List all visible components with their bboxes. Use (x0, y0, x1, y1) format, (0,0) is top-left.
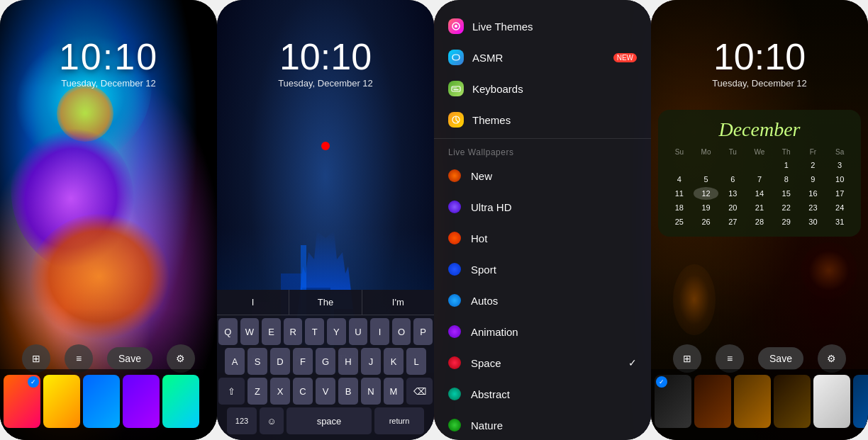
gear-button-4[interactable]: ⚙ (818, 344, 846, 373)
key-return[interactable]: return (374, 407, 424, 434)
kb-row-3: ⇧ Z X C V B N M ⌫ (218, 378, 433, 405)
grid-button-4[interactable]: ⊞ (673, 344, 701, 373)
key-e[interactable]: E (262, 318, 281, 345)
key-g[interactable]: G (316, 348, 335, 375)
space-label: Space (471, 357, 628, 369)
keyboards-icon (448, 81, 464, 96)
new-label: New (471, 170, 637, 182)
thumb-2[interactable] (43, 375, 80, 428)
key-m[interactable]: M (384, 378, 404, 405)
key-w[interactable]: W (240, 318, 260, 345)
key-space[interactable]: space (286, 407, 372, 434)
cal-cell-27: 27 (720, 215, 745, 228)
p4-thumb-3[interactable] (734, 375, 771, 428)
key-r[interactable]: R (284, 318, 303, 345)
key-l[interactable]: L (406, 348, 426, 375)
key-o[interactable]: O (392, 318, 411, 345)
phone-1: 10:10 Tuesday, December 12 ⊞ ≡ Save ⚙ ✓ (0, 0, 217, 440)
menu-item-space[interactable]: Space ✓ (434, 347, 651, 378)
key-h[interactable]: H (338, 348, 358, 375)
menu-item-sport[interactable]: Sport (434, 254, 651, 285)
menu-item-keyboards[interactable]: Keyboards (434, 73, 651, 104)
keyboard-rows: Q W E R T Y U I O P A S D F G H J K L (217, 315, 434, 440)
space-icon (448, 356, 461, 369)
key-emoji[interactable]: ☺ (260, 407, 284, 434)
live-themes-label: Live Themes (472, 21, 637, 33)
key-y[interactable]: Y (327, 318, 346, 345)
save-button[interactable]: Save (107, 347, 152, 370)
menu-item-nature[interactable]: Nature (434, 410, 651, 440)
key-i[interactable]: I (370, 318, 389, 345)
grid-button[interactable]: ⊞ (22, 344, 50, 373)
phone4-date: Tuesday, December 12 (651, 78, 868, 89)
suggestion-2[interactable]: The (289, 290, 362, 315)
cal-cell-31: 31 (827, 215, 852, 228)
phone1-thumb-strip: ✓ (0, 369, 217, 440)
list-button-4[interactable]: ≡ (716, 344, 744, 373)
key-d[interactable]: D (270, 348, 290, 375)
save-button-4[interactable]: Save (758, 347, 803, 370)
cal-cell-26: 26 (694, 215, 719, 228)
calendar-widget: December Su Mo Tu We Th Fr Sa 1 2 3 4 5 … (658, 110, 861, 237)
nature-icon (448, 419, 461, 431)
p4-thumb-6[interactable] (853, 375, 868, 428)
menu-item-new[interactable]: New (434, 160, 651, 191)
p4-thumb-5[interactable] (813, 375, 850, 428)
ultrahd-label: Ultra HD (471, 201, 637, 213)
p4-thumb-2[interactable] (694, 375, 731, 428)
menu-item-themes[interactable]: Themes (434, 104, 651, 135)
new-icon (448, 169, 461, 182)
key-x[interactable]: X (270, 378, 290, 405)
suggestion-3[interactable]: I'm (362, 290, 434, 315)
cal-hdr-fr: Fr (801, 147, 826, 157)
thumb-5[interactable] (162, 375, 199, 428)
phone4-thumb-strip (651, 369, 868, 440)
key-t[interactable]: T (305, 318, 324, 345)
key-k[interactable]: K (384, 348, 404, 375)
cal-cell-28: 28 (747, 215, 772, 228)
keyboard: I The I'm Q W E R T Y U I O P A S D F (217, 290, 434, 440)
keyboards-label: Keyboards (472, 83, 637, 95)
key-n[interactable]: N (361, 378, 381, 405)
cal-cell-20: 20 (720, 201, 745, 214)
key-s[interactable]: S (247, 348, 267, 375)
key-f[interactable]: F (293, 348, 313, 375)
calendar-grid: Su Mo Tu We Th Fr Sa 1 2 3 4 5 6 7 8 9 1… (667, 147, 852, 228)
menu-item-asmr[interactable]: ASMR NEW (434, 42, 651, 73)
menu-item-abstract[interactable]: Abstract (434, 378, 651, 410)
thumb-1[interactable]: ✓ (4, 375, 40, 428)
key-123[interactable]: 123 (227, 407, 257, 434)
key-delete[interactable]: ⌫ (406, 378, 433, 405)
cal-hdr-we: We (747, 147, 772, 157)
cal-cell-30: 30 (801, 215, 826, 228)
key-p[interactable]: P (413, 318, 433, 345)
key-j[interactable]: J (361, 348, 381, 375)
cal-cell-29: 29 (774, 215, 799, 228)
list-button[interactable]: ≡ (65, 344, 93, 373)
cal-cell-empty-4 (747, 159, 772, 171)
menu-item-animation[interactable]: Animation (434, 316, 651, 347)
key-b[interactable]: B (338, 378, 358, 405)
gear-button[interactable]: ⚙ (167, 344, 195, 373)
key-v[interactable]: V (316, 378, 335, 405)
key-z[interactable]: Z (247, 378, 267, 405)
key-u[interactable]: U (349, 318, 368, 345)
p4-thumb-1[interactable] (655, 375, 691, 428)
cal-hdr-su: Su (667, 147, 692, 157)
sport-icon (448, 263, 461, 276)
p4-thumb-4[interactable] (774, 375, 811, 428)
thumb-3[interactable] (83, 375, 120, 428)
menu-item-live-themes[interactable]: Live Themes (434, 11, 651, 42)
key-shift[interactable]: ⇧ (218, 378, 245, 405)
autos-label: Autos (471, 295, 637, 307)
key-q[interactable]: Q (218, 318, 238, 345)
menu-item-hot[interactable]: Hot (434, 222, 651, 254)
thumb-4[interactable] (123, 375, 160, 428)
cal-cell-21: 21 (747, 201, 772, 214)
menu-item-ultrahd[interactable]: Ultra HD (434, 191, 651, 222)
cal-cell-empty-3 (720, 159, 745, 171)
key-c[interactable]: C (293, 378, 313, 405)
key-a[interactable]: A (225, 348, 245, 375)
menu-item-autos[interactable]: Autos (434, 285, 651, 316)
suggestion-1[interactable]: I (217, 290, 289, 315)
